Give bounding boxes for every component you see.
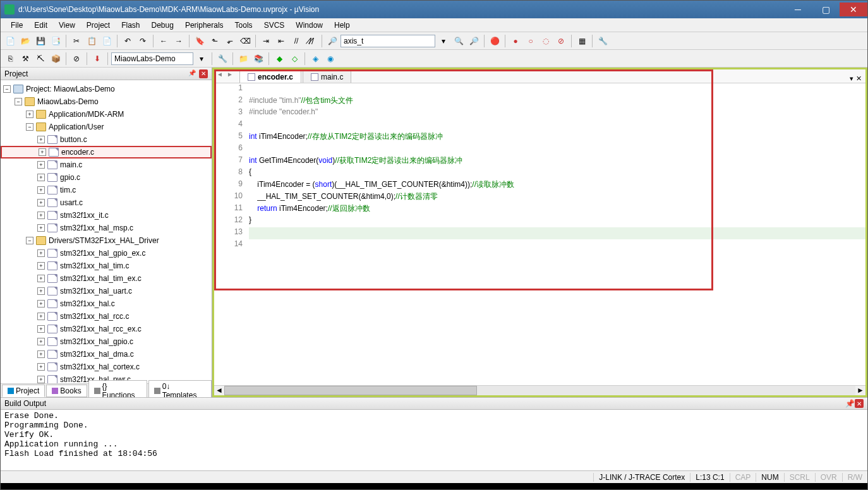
collapse-icon[interactable]: −	[15, 98, 22, 105]
tree-item[interactable]: +usart.c	[1, 196, 212, 209]
bookmark-prev-icon[interactable]: ⬑	[208, 34, 222, 48]
expand-icon[interactable]: +	[37, 363, 45, 371]
breakpoint-disable-icon[interactable]: ◌	[539, 34, 553, 48]
translate-icon[interactable]: ⎘	[3, 52, 17, 66]
rebuild-icon[interactable]: ⛏	[33, 52, 47, 66]
misc-icon[interactable]: ◉	[323, 52, 337, 66]
code-line[interactable]	[249, 83, 865, 95]
breakpoint-kill-icon[interactable]: ⊘	[554, 34, 568, 48]
editor-hscrollbar[interactable]: ◄ ►	[214, 385, 865, 395]
expand-icon[interactable]: +	[37, 224, 45, 232]
code-line[interactable]: return iTim4Encoder;//返回脉冲数	[249, 203, 865, 215]
expand-icon[interactable]: +	[26, 111, 33, 118]
expand-icon[interactable]: +	[37, 350, 45, 358]
tree-item[interactable]: +stm32f1xx_hal_uart.c	[1, 285, 212, 297]
expand-icon[interactable]: +	[37, 376, 45, 383]
expand-icon[interactable]: +	[37, 275, 45, 282]
code-line[interactable]: {	[249, 167, 865, 179]
comment-icon[interactable]: //	[289, 34, 303, 48]
code-line[interactable]: int GetTim4Encoder(void)//获取TIM2定时器读出来的编…	[249, 155, 865, 167]
copy-icon[interactable]: 📋	[85, 34, 99, 48]
save-icon[interactable]: 💾	[33, 34, 47, 48]
editor-tab[interactable]: encoder.c	[239, 71, 301, 83]
cut-icon[interactable]: ✂	[69, 34, 83, 48]
expand-icon[interactable]: +	[37, 186, 45, 194]
manage-rte-icon[interactable]: ◇	[287, 52, 301, 66]
incremental-find-icon[interactable]: 🔎	[467, 34, 481, 48]
tree-item[interactable]: −Project: MiaowLabs-Demo	[1, 83, 212, 95]
expand-icon[interactable]: +	[39, 148, 46, 156]
menu-help[interactable]: Help	[329, 20, 355, 31]
code-line[interactable]: int iTim4Encoder;//存放从TIM2定时器读出来的编码器脉冲	[249, 131, 865, 143]
undo-icon[interactable]: ↶	[121, 34, 135, 48]
collapse-icon[interactable]: −	[26, 237, 33, 244]
tree-item[interactable]: −Drivers/STM32F1xx_HAL_Driver	[1, 234, 212, 247]
tree-item[interactable]: +stm32f1xx_hal_rcc.c	[1, 310, 212, 323]
build-icon[interactable]: ⚒	[18, 52, 32, 66]
code-lines[interactable]: #include "tim.h"//包含tim头文件#include "enco…	[249, 83, 865, 385]
expand-icon[interactable]: +	[37, 136, 45, 143]
panel-pin-icon[interactable]: 📌	[188, 69, 197, 78]
code-line[interactable]: iTim4Encoder = (short)(__HAL_TIM_GET_COU…	[249, 179, 865, 191]
find-in-files-icon[interactable]: 🔎	[325, 34, 339, 48]
code-line[interactable]: #include "encoder.h"	[249, 107, 865, 119]
tab-menu-icon[interactable]: ▾	[850, 75, 853, 83]
tree-item[interactable]: +encoder.c	[1, 146, 212, 158]
pack-installer-icon[interactable]: ◆	[272, 52, 286, 66]
expand-icon[interactable]: +	[37, 212, 45, 219]
code-line[interactable]	[249, 119, 865, 131]
scroll-right-icon[interactable]: ►	[855, 386, 865, 395]
code-line[interactable]: __HAL_TIM_SET_COUNTER(&htim4,0);//计数器清零	[249, 191, 865, 203]
menu-tools[interactable]: Tools	[230, 20, 258, 31]
code-line[interactable]	[249, 143, 865, 155]
nav-back-icon[interactable]: ←	[157, 34, 171, 48]
build-pin-icon[interactable]: 📌	[845, 399, 855, 408]
tree-item[interactable]: +stm32f1xx_hal_msp.c	[1, 222, 212, 234]
editor-tab[interactable]: main.c	[303, 71, 351, 83]
code-line[interactable]	[249, 239, 865, 251]
target-dropdown-icon[interactable]: ▾	[195, 52, 208, 66]
expand-icon[interactable]: +	[37, 325, 45, 333]
tab-close-icon[interactable]: ✕	[856, 75, 862, 83]
manage-books-icon[interactable]: 📚	[251, 52, 265, 66]
save-all-icon[interactable]: 📑	[49, 34, 63, 48]
tree-item[interactable]: −Application/User	[1, 121, 212, 133]
scroll-thumb[interactable]	[224, 386, 477, 395]
panel-close-icon[interactable]: ✕	[199, 69, 208, 78]
close-button[interactable]: ✕	[840, 3, 867, 16]
tree-item[interactable]: +stm32f1xx_hal_tim_ex.c	[1, 272, 212, 285]
bookmark-icon[interactable]: 🔖	[193, 34, 207, 48]
target-combo[interactable]: MiaowLabs-Demo	[111, 52, 193, 65]
menu-project[interactable]: Project	[81, 20, 115, 31]
code-editor[interactable]: 1234567891011121314 #include "tim.h"//包含…	[214, 83, 865, 385]
menu-peripherals[interactable]: Peripherals	[180, 20, 229, 31]
select-software-icon[interactable]: ◈	[308, 52, 322, 66]
scroll-left-icon[interactable]: ◄	[214, 386, 224, 395]
panel-tab-project[interactable]: Project	[2, 385, 45, 397]
batch-build-icon[interactable]: 📦	[49, 52, 63, 66]
maximize-button[interactable]: ▢	[812, 3, 840, 16]
tree-item[interactable]: +stm32f1xx_hal_tim.c	[1, 260, 212, 272]
menu-file[interactable]: File	[6, 20, 28, 31]
code-line[interactable]	[249, 227, 865, 239]
menu-debug[interactable]: Debug	[147, 20, 179, 31]
outdent-icon[interactable]: ⇤	[274, 34, 288, 48]
find-combo[interactable]: axis_t	[341, 35, 435, 47]
indent-icon[interactable]: ⇥	[259, 34, 273, 48]
tree-item[interactable]: +stm32f1xx_hal_gpio.c	[1, 335, 212, 348]
menu-flash[interactable]: Flash	[116, 20, 145, 31]
tree-item[interactable]: +stm32f1xx_hal_dma.c	[1, 348, 212, 361]
debug-icon[interactable]: 🔴	[488, 34, 502, 48]
tree-item[interactable]: +stm32f1xx_hal_rcc_ex.c	[1, 323, 212, 335]
breakpoint-insert-icon[interactable]: ●	[509, 34, 522, 48]
expand-icon[interactable]: +	[37, 161, 45, 169]
window-layout-icon[interactable]: ▦	[575, 34, 589, 48]
menu-window[interactable]: Window	[291, 20, 328, 31]
menu-view[interactable]: View	[54, 20, 80, 31]
build-output[interactable]: Erase Done. Programming Done. Verify OK.…	[1, 410, 867, 470]
tree-item[interactable]: +gpio.c	[1, 171, 212, 184]
collapse-icon[interactable]: −	[3, 85, 11, 93]
bookmark-next-icon[interactable]: ⬐	[223, 34, 237, 48]
file-ext-icon[interactable]: 📁	[236, 52, 250, 66]
menu-edit[interactable]: Edit	[29, 20, 52, 31]
